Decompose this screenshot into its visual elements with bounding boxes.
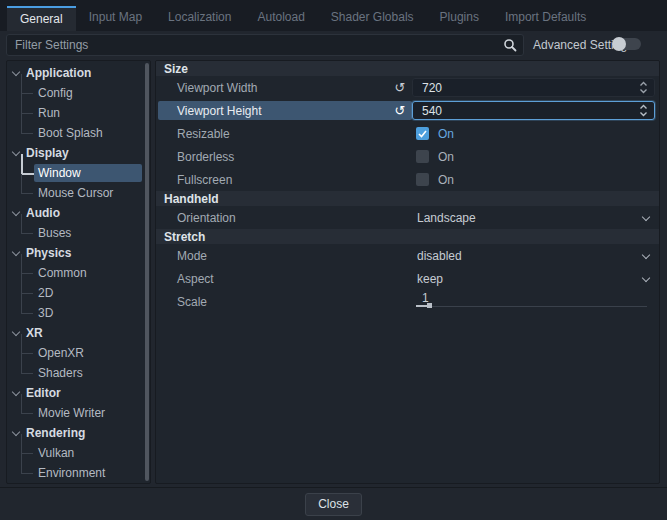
search-icon [503,38,517,52]
setting-label: Scale [177,295,412,309]
value-area: 540 [412,99,659,122]
filter-settings-input[interactable] [6,34,524,56]
value-area: On [412,122,659,145]
filter-settings-wrap [6,34,524,56]
spinbox-value: 540 [422,104,442,118]
setting-label-cell: Fullscreen [158,170,412,189]
tab-input-map[interactable]: Input Map [76,6,155,31]
setting-label: Borderless [177,150,412,164]
setting-label-cell: Aspect [158,269,412,288]
advanced-settings-toggle[interactable] [612,38,641,50]
tree-connector [21,463,34,483]
slider-track[interactable] [416,306,647,307]
scale-slider: 1 [412,290,659,313]
sidebar-item-environment[interactable]: Environment [7,463,150,483]
setting-label-cell: Orientation [158,208,412,227]
setting-label: Viewport Width [177,81,388,95]
tab-shader-globals[interactable]: Shader Globals [318,6,427,31]
tree-connector [21,403,34,423]
viewport-width-spinbox[interactable]: 720 [412,78,655,97]
chevron-down-icon[interactable] [642,275,650,283]
stretch-mode-dropdown[interactable]: disabled [412,244,659,267]
project-settings-tab-bar: General Input Map Localization Autoload … [0,0,667,31]
viewport-height-spinbox[interactable]: 540 [412,101,655,120]
value-area: On [412,168,659,191]
setting-label-cell: Viewport Height ↺ [158,101,412,120]
chevron-down-icon[interactable] [642,252,650,260]
sidebar-item-shaders[interactable]: Shaders [7,363,150,383]
borderless-checkbox[interactable] [416,150,429,163]
setting-row-borderless: Borderless On [156,145,659,168]
dropdown-value: Landscape [417,211,476,225]
sidebar-item-mouse-cursor[interactable]: Mouse Cursor [7,183,150,203]
fullscreen-checkbox[interactable] [416,173,429,186]
dropdown-value: disabled [417,249,462,263]
setting-label: Aspect [177,272,412,286]
tree-connector [21,303,34,323]
tree-connector [21,223,34,243]
orientation-dropdown[interactable]: Landscape [412,206,659,229]
settings-panel: Size Viewport Width ↺ 720 Viewport Heigh… [155,60,660,484]
sidebar-scrollbar[interactable] [145,63,149,481]
tree-connector [21,183,34,203]
tab-general[interactable]: General [7,6,76,31]
value-area: On [412,145,659,168]
dropdown-value: keep [417,272,443,286]
setting-label-cell: Scale [158,292,412,311]
toggle-knob [612,37,626,51]
revert-icon[interactable]: ↺ [388,103,412,118]
setting-label-cell: Mode [158,246,412,265]
section-header-handheld: Handheld [156,191,659,206]
setting-label: Mode [177,249,412,263]
setting-row-fullscreen: Fullscreen On [156,168,659,191]
tree-connector [21,123,34,143]
setting-label: Orientation [177,211,412,225]
spin-updown-icon[interactable] [639,104,648,117]
setting-label-cell: Resizable [158,124,412,143]
chevron-down-icon[interactable] [642,214,650,222]
section-header-size: Size [156,61,659,76]
checkbox-state-text: On [438,127,454,141]
revert-icon[interactable]: ↺ [388,80,412,95]
slider-grabber[interactable] [427,303,432,308]
setting-row-viewport-width: Viewport Width ↺ 720 [156,76,659,99]
setting-row-orientation: Orientation Landscape [156,206,659,229]
setting-row-scale: Scale 1 [156,290,659,313]
tab-plugins[interactable]: Plugins [427,6,492,31]
value-area: 720 [412,76,659,99]
setting-label: Viewport Height [177,104,388,118]
checkbox-state-text: On [438,173,454,187]
sidebar-item-3d[interactable]: 3D [7,303,150,323]
resizable-checkbox[interactable] [416,127,429,140]
tab-localization[interactable]: Localization [155,6,244,31]
spin-updown-icon[interactable] [639,81,648,94]
setting-label: Resizable [177,127,412,141]
tree-connector [21,363,34,383]
setting-label-cell: Borderless [158,147,412,166]
dialog-footer: Close [0,487,667,520]
checkbox-state-text: On [438,150,454,164]
sidebar-item-boot-splash[interactable]: Boot Splash [7,123,150,143]
setting-row-aspect: Aspect keep [156,267,659,290]
tab-import-defaults[interactable]: Import Defaults [492,6,599,31]
section-header-stretch: Stretch [156,229,659,244]
setting-row-resizable: Resizable On [156,122,659,145]
settings-category-tree: Application Config Run Boot Splash Displ… [6,60,151,484]
setting-label-cell: Viewport Width ↺ [158,78,412,97]
close-button[interactable]: Close [305,493,362,516]
setting-row-viewport-height: Viewport Height ↺ 540 [156,99,659,122]
spinbox-value: 720 [422,81,442,95]
setting-label: Fullscreen [177,173,412,187]
sidebar-item-movie-writer[interactable]: Movie Writer [7,403,150,423]
setting-row-mode: Mode disabled [156,244,659,267]
tab-autoload[interactable]: Autoload [244,6,317,31]
sidebar-item-buses[interactable]: Buses [7,223,150,243]
stretch-aspect-dropdown[interactable]: keep [412,267,659,290]
